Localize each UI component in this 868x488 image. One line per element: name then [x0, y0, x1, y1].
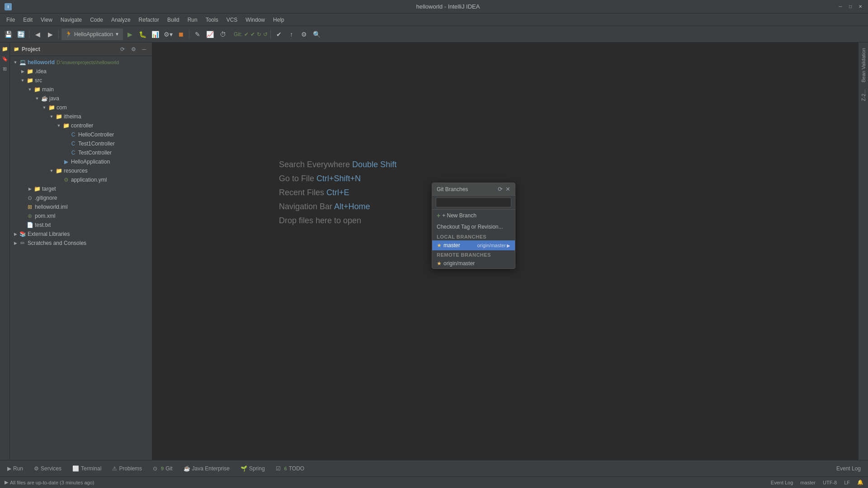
save-all-button[interactable]: 💾 — [3, 29, 14, 40]
branch-indicator[interactable]: master — [800, 480, 816, 485]
tree-item-pom[interactable]: ⊕ pom.xml — [10, 211, 152, 221]
tree-item-target[interactable]: ▶ 📁 target — [10, 184, 152, 193]
tree-item-application-yml[interactable]: ⚙ application.yml — [10, 175, 152, 184]
new-branch-item[interactable]: + + New Branch — [432, 210, 515, 221]
remote-branches-header: Remote Branches — [432, 250, 515, 258]
checkout-tag-item[interactable]: Checkout Tag or Revision... — [432, 221, 515, 232]
tree-item-src[interactable]: ▼ 📁 src — [10, 76, 152, 85]
event-log-tab[interactable]: Event Log — [832, 462, 865, 475]
bookmark-icon[interactable]: 🔖 — [0, 54, 9, 63]
problems-tab-icon: ⚠ — [112, 465, 117, 472]
encoding-indicator[interactable]: UTF-8 — [823, 480, 837, 485]
status-bar: ▶ All files are up-to-date (3 minutes ag… — [0, 476, 868, 488]
git-settings-button[interactable]: ⚙ — [299, 29, 310, 40]
coverage-report-button[interactable]: 📈 — [205, 29, 216, 40]
menu-refactor[interactable]: Refactor — [135, 15, 163, 24]
menu-run[interactable]: Run — [184, 15, 201, 24]
bottom-toolbar: ▶ Run ⚙ Services ⬜ Terminal ⚠ Problems ⊙… — [0, 460, 868, 476]
tree-item-test-controller[interactable]: C TestController — [10, 148, 152, 157]
tree-item-hello-app[interactable]: ▶ HelloApplication — [10, 157, 152, 166]
status-message: All files are up-to-date (3 minutes ago) — [10, 480, 94, 485]
status-right: Event Log master UTF-8 LF 🔔 — [771, 479, 863, 485]
menu-code[interactable]: Code — [86, 15, 107, 24]
z2-tab[interactable]: Z-2... — [860, 86, 867, 105]
tree-item-iml[interactable]: ⊞ helloworld.iml — [10, 202, 152, 211]
menu-vcs[interactable]: VCS — [223, 15, 241, 24]
menu-build[interactable]: Build — [164, 15, 183, 24]
menu-edit[interactable]: Edit — [19, 15, 36, 24]
menu-window[interactable]: Window — [242, 15, 269, 24]
run-config-selector[interactable]: 🏃 HelloApplication ▼ — [61, 28, 123, 40]
tree-item-gitignore[interactable]: ⊙ .gitignore — [10, 193, 152, 202]
tree-item-test1-controller[interactable]: C Test1Controller — [10, 139, 152, 148]
menu-analyze[interactable]: Analyze — [108, 15, 134, 24]
project-icon[interactable]: 📁 — [0, 44, 9, 53]
menu-navigate[interactable]: Navigate — [57, 15, 85, 24]
editor-hints: Search Everywhere Double Shift Go to Fil… — [279, 160, 396, 230]
spring-tab-icon: 🌱 — [241, 465, 247, 472]
minimize-panel-button[interactable]: ─ — [140, 45, 148, 53]
stop-button[interactable]: ⏹ — [175, 29, 186, 40]
tab-todo[interactable]: ☑ 6 TODO — [271, 462, 309, 475]
notifications-icon[interactable]: 🔔 — [857, 479, 863, 485]
tree-item-external-libs[interactable]: ▶ 📚 External Libraries — [10, 230, 152, 239]
tab-java-enterprise[interactable]: ☕ Java Enterprise — [179, 462, 234, 475]
debug-button[interactable]: 🐛 — [137, 29, 148, 40]
tree-external-libs-label: External Libraries — [28, 231, 70, 237]
popup-close-button[interactable]: ✕ — [505, 186, 510, 192]
tab-problems[interactable]: ⚠ Problems — [108, 462, 146, 475]
tree-item-root[interactable]: ▼ 💻 helloworld D:\mavenprojects\hellowor… — [10, 58, 152, 67]
yaml-icon: ⚙ — [62, 176, 70, 183]
tree-item-com[interactable]: ▼ 📁 com — [10, 103, 152, 112]
origin-master-item[interactable]: ★ origin/master — [432, 258, 515, 268]
edit-configs-button[interactable]: ✎ — [192, 29, 203, 40]
menu-tools[interactable]: Tools — [202, 15, 222, 24]
project-root-icon: 💻 — [19, 59, 26, 66]
tree-item-scratches[interactable]: ▶ ✏ Scratches and Consoles — [10, 239, 152, 248]
menu-file[interactable]: File — [3, 15, 19, 24]
menu-bar: File Edit View Navigate Code Analyze Ref… — [0, 14, 868, 26]
bean-validation-tab[interactable]: Bean Validation — [860, 44, 867, 86]
run-button[interactable]: ▶ — [125, 29, 136, 40]
minimize-button[interactable]: ─ — [837, 4, 844, 10]
tree-item-hello-controller[interactable]: C HelloController — [10, 130, 152, 139]
profiler-button[interactable]: ⏱ — [217, 29, 228, 40]
close-button[interactable]: ✕ — [857, 4, 863, 10]
tree-item-idea[interactable]: ▶ 📁 .idea — [10, 67, 152, 76]
run-with-coverage-button[interactable]: 📊 — [150, 29, 161, 40]
event-log-label: Event Log — [836, 465, 861, 472]
tab-terminal[interactable]: ⬜ Terminal — [68, 462, 106, 475]
git-push-button[interactable]: ↑ — [286, 29, 297, 40]
popup-refresh-button[interactable]: ⟳ — [498, 186, 503, 192]
hello-app-icon: ▶ — [62, 158, 70, 165]
project-panel-header: 📁 Project ⟳ ⚙ ─ — [10, 42, 152, 56]
tab-services[interactable]: ⚙ Services — [29, 462, 66, 475]
maximize-button[interactable]: □ — [847, 4, 854, 10]
sync-panel-button[interactable]: ⟳ — [118, 45, 127, 53]
lf-indicator[interactable]: LF — [844, 480, 850, 485]
synchronize-button[interactable]: 🔄 — [15, 29, 26, 40]
find-button[interactable]: 🔍 — [311, 29, 322, 40]
master-branch-item[interactable]: ★ master origin/master ▶ — [432, 240, 515, 250]
structure-icon[interactable]: ⊞ — [0, 64, 9, 73]
more-run-options-button[interactable]: ⚙▾ — [163, 29, 174, 40]
git-revert-icon: ↺ — [263, 31, 268, 38]
menu-view[interactable]: View — [37, 15, 56, 24]
popup-search-input[interactable] — [436, 197, 511, 207]
tab-git[interactable]: ⊙ 9 Git — [148, 462, 177, 475]
tree-item-itheima[interactable]: ▼ 📁 itheima — [10, 112, 152, 121]
tree-item-controller[interactable]: ▼ 📁 controller — [10, 121, 152, 130]
tree-item-resources[interactable]: ▼ 📁 resources — [10, 166, 152, 175]
tab-spring[interactable]: 🌱 Spring — [236, 462, 269, 475]
back-button[interactable]: ◀ — [32, 29, 43, 40]
tab-run[interactable]: ▶ Run — [3, 462, 28, 475]
gear-panel-button[interactable]: ⚙ — [129, 45, 137, 53]
forward-button[interactable]: ▶ — [45, 29, 56, 40]
tree-item-testtxt[interactable]: 📄 test.txt — [10, 221, 152, 230]
main-folder-icon: 📁 — [33, 86, 41, 93]
tree-item-java[interactable]: ▼ ☕ java — [10, 94, 152, 103]
tree-arrow-com: ▼ — [41, 104, 48, 111]
git-commit-button[interactable]: ✔ — [274, 29, 284, 40]
menu-help[interactable]: Help — [269, 15, 288, 24]
tree-item-main[interactable]: ▼ 📁 main — [10, 85, 152, 94]
